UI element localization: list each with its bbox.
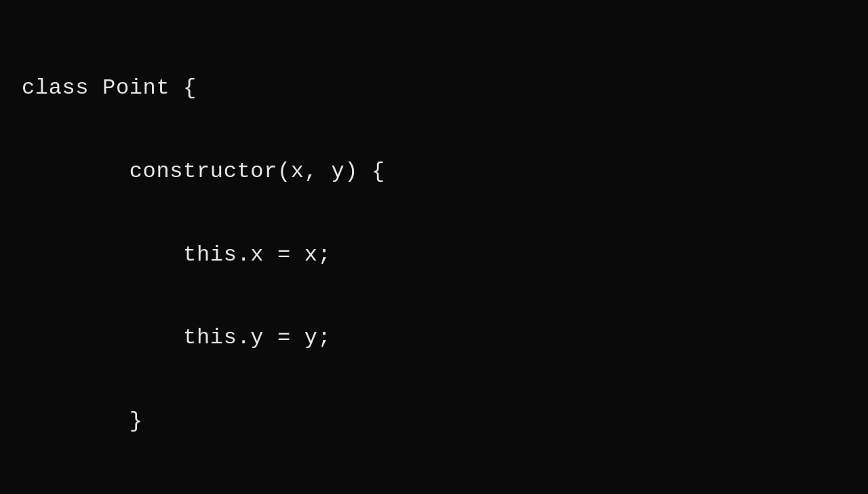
code-line-4: this.y = y; <box>22 324 868 352</box>
code-editor: class Point { constructor(x, y) { this.x… <box>0 0 868 494</box>
code-line-3: this.x = x; <box>22 242 868 269</box>
code-line-2: constructor(x, y) { <box>22 158 868 186</box>
code-line-5: } <box>22 408 868 436</box>
code-keyword-class: class <box>22 75 102 100</box>
code-line-1: class Point { <box>22 75 868 102</box>
code-line-6: log() { <box>22 491 868 494</box>
